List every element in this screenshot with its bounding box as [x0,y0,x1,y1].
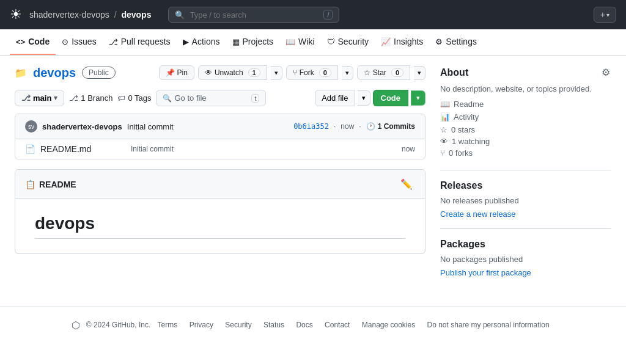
visibility-badge: Public [82,67,116,79]
nav-org-link[interactable]: shadervertex-devops [29,10,109,20]
star-icon: ☆ [364,68,370,77]
commit-time: now [341,122,354,131]
branch-selector[interactable]: ⎇ main ▾ [15,90,64,106]
tab-wiki-label: Wiki [298,37,314,46]
footer-logo: ⬡ [72,319,80,331]
tab-settings[interactable]: ⚙ Settings [429,29,483,55]
insights-icon: 📈 [381,37,391,46]
readme-header: 📋 README ✏️ [15,170,425,199]
book-icon: 📖 [440,100,450,109]
fork-button[interactable]: ⑂ Fork 0 [286,65,338,80]
chevron-down-icon: ▾ [606,12,609,18]
footer-status-link[interactable]: Status [263,321,284,329]
file-name-link[interactable]: README.md [40,144,126,154]
nav-repo-link[interactable]: devops [121,10,151,20]
search-bar[interactable]: 🔍 / [168,7,339,23]
about-gear-button[interactable]: ⚙ [600,65,611,79]
create-release-link[interactable]: Create a new release [440,209,516,219]
page-footer: ⬡ © 2024 GitHub, Inc. Terms Privacy Secu… [0,307,626,343]
issues-icon: ⊙ [62,37,68,46]
commit-hash-link[interactable]: 0b6ia352 [293,122,329,131]
code-icon: <> [16,37,25,46]
about-description: No description, website, or topics provi… [440,84,611,93]
tab-insights[interactable]: 📈 Insights [375,29,429,55]
star-dropdown-button[interactable]: ▾ [414,66,425,80]
repo-header: 📁 devops Public 📌 Pin 👁 Unwatch 1 ▾ ⑂ Fo… [15,65,425,80]
activity-link[interactable]: 📊 Activity [440,112,611,122]
readme-title: 📋 README [25,180,76,189]
file-time: now [402,145,415,153]
unwatch-dropdown-button[interactable]: ▾ [271,66,282,80]
history-icon: 🕐 [366,122,375,131]
add-file-button[interactable]: Add file [315,90,355,106]
commit-dot-separator2: · [359,122,361,131]
add-file-label: Add file [322,93,348,103]
commit-author-link[interactable]: shadervertex-devops [42,122,122,131]
code-button[interactable]: Code [373,90,409,106]
readme-heading: devops [35,214,405,239]
activity-icon: 📊 [440,112,450,122]
tab-wiki[interactable]: 📖 Wiki [279,29,320,55]
commits-count-label: 1 Commits [378,122,415,131]
readme-book-icon: 📋 [25,180,35,189]
unwatch-count: 1 [248,68,260,77]
tag-count-link[interactable]: 🏷 0 Tags [117,93,151,103]
readme-link[interactable]: 📖 Readme [440,100,611,109]
star-button[interactable]: ☆ Star 0 [357,65,410,80]
branch-count-label: 1 Branch [81,93,112,103]
readme-box: 📋 README ✏️ devops [15,169,425,254]
branch-count-link[interactable]: ⎇ 1 Branch [69,93,112,103]
footer-privacy-link[interactable]: Privacy [190,321,213,329]
add-file-dropdown-button[interactable]: ▾ [358,90,370,106]
footer-do-not-share-link[interactable]: Do not share my personal information [427,321,550,329]
about-section: About ⚙ No description, website, or topi… [440,65,611,170]
fork-stat-icon: ⑂ [440,148,445,158]
watching-stat: 👁 1 watching [440,137,611,146]
commit-dot-separator: · [334,122,336,131]
top-nav: ☀ shadervertex-devops / devops 🔍 / + ▾ [0,0,626,29]
repo-action-buttons: 📌 Pin 👁 Unwatch 1 ▾ ⑂ Fork 0 ▾ ☆ Star [159,65,425,80]
controls-bar: ⎇ main ▾ ⎇ 1 Branch 🏷 0 Tags 🔍 Go to fil… [15,90,425,106]
new-item-button[interactable]: + ▾ [594,7,616,23]
commit-meta: 0b6ia352 · now · 🕐 1 Commits [293,122,415,131]
sidebar: About ⚙ No description, website, or topi… [440,65,611,287]
file-icon: 📄 [25,144,35,154]
commits-count-link[interactable]: 🕐 1 Commits [366,122,415,131]
search-input[interactable] [190,10,319,20]
tab-projects[interactable]: ▦ Projects [226,29,280,55]
repo-main-area: 📁 devops Public 📌 Pin 👁 Unwatch 1 ▾ ⑂ Fo… [15,65,425,287]
tab-projects-label: Projects [243,37,274,46]
pin-icon: 📌 [166,68,175,77]
pin-button[interactable]: 📌 Pin [159,65,194,80]
code-label: Code [381,93,401,103]
unwatch-button[interactable]: 👁 Unwatch 1 [198,65,267,80]
footer-docs-link[interactable]: Docs [296,321,312,329]
tab-security[interactable]: 🛡 Security [321,29,375,55]
releases-title: Releases [440,180,611,191]
tab-code[interactable]: <> Code [10,29,56,55]
footer-security-link[interactable]: Security [225,321,251,329]
packages-section: Packages No packages published Publish y… [440,239,611,277]
fork-dropdown-button[interactable]: ▾ [342,66,353,80]
tab-pull-requests[interactable]: ⎇ Pull requests [103,29,177,55]
branch-chevron-icon: ▾ [54,94,57,102]
commit-author-avatar: sv [25,120,37,133]
search-file-icon: 🔍 [163,94,172,103]
footer-terms-link[interactable]: Terms [158,321,178,329]
publish-package-link[interactable]: Publish your first package [440,268,531,277]
footer-contact-link[interactable]: Contact [325,321,350,329]
footer-cookies-link[interactable]: Manage cookies [362,321,415,329]
go-to-file-button[interactable]: 🔍 Go to file t [156,90,266,106]
tab-issues-label: Issues [72,37,96,46]
sub-nav: <> Code ⊙ Issues ⎇ Pull requests ▶ Actio… [0,29,626,56]
tab-actions[interactable]: ▶ Actions [177,29,226,55]
top-nav-actions: + ▾ [594,7,616,23]
tab-issues[interactable]: ⊙ Issues [56,29,102,55]
code-dropdown-button[interactable]: ▾ [411,90,425,106]
packages-title: Packages [440,239,611,250]
tab-security-label: Security [338,37,369,46]
readme-edit-button[interactable]: ✏️ [398,176,415,192]
repo-name[interactable]: devops [33,66,76,80]
commit-message: Initial commit [127,122,174,131]
pr-icon: ⎇ [109,37,118,46]
